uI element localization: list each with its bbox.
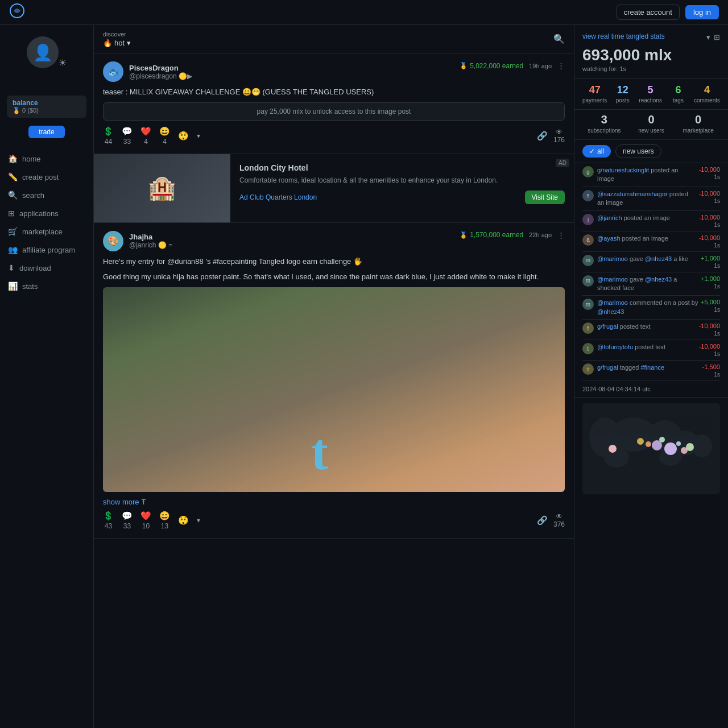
stats-grid-2: 3 subscriptions 0 new users 0 marketplac… (574, 110, 728, 140)
stat-comments: 4 comments (694, 84, 720, 104)
activity-time-6: 1s (714, 307, 720, 313)
grid-icon[interactable]: ⊞ (714, 33, 720, 42)
activity-time-7: 1s (714, 330, 720, 337)
post1-shocked-reaction[interactable]: 😲 (178, 131, 189, 141)
svg-text:t: t (311, 424, 328, 480)
post1-comment-count: 33 (123, 138, 131, 146)
tab-all[interactable]: ✓ all (582, 145, 611, 158)
create-account-button[interactable]: create account (617, 5, 680, 20)
post1-share-button[interactable]: 🔗 (537, 131, 548, 141)
post3-heart-reaction[interactable]: ❤️ 10 (140, 511, 151, 530)
activity-time-5: 1s (714, 283, 720, 289)
sidebar-item-applications[interactable]: ⊞ applications (0, 204, 93, 222)
stats-header: view real time tangled stats ▾ ⊞ 693,000… (574, 25, 728, 78)
post3-shocked-reaction[interactable]: 😲 (178, 515, 189, 526)
sidebar-item-stats[interactable]: 📊 stats (0, 277, 93, 295)
feed-search-button[interactable]: 🔍 (553, 34, 565, 44)
activity-text-4: @marimoo gave @nhez43 a like (597, 255, 698, 263)
ad-sponsor[interactable]: Ad Club Quarters London (239, 193, 317, 201)
chevron-down-icon2: ▾ (197, 516, 200, 524)
sidebar-item-create-post[interactable]: ✏️ create post (0, 168, 93, 186)
map-dot-6 (676, 441, 681, 446)
view-stats-link[interactable]: view real time tangled stats (582, 32, 665, 40)
hot-selector[interactable]: 🔥 hot ▾ (103, 39, 131, 47)
post3-content-line1: Here's my entry for @durian88 's #facepa… (103, 256, 565, 267)
post3-handle: @janrich 🟡 = (129, 241, 172, 249)
stat-posts: 12 posts (610, 84, 635, 104)
post1-heart-count: 4 (144, 138, 148, 146)
hot-label: hot (114, 39, 125, 47)
post1-dollar-reaction[interactable]: 💲 44 (103, 126, 114, 146)
sidebar-nav: 🏠 home ✏️ create post 🔍 search ⊞ applica… (0, 150, 93, 295)
sidebar-item-affiliate[interactable]: 👥 affiliate program (0, 241, 93, 259)
theme-toggle-icon[interactable]: ☀ (59, 57, 67, 68)
map-dot-4 (659, 437, 665, 442)
activity-value-0: -10,000 (699, 166, 720, 173)
map-dot-2 (646, 441, 651, 447)
dollar-icon2: 💲 (103, 511, 114, 521)
post1-expand-button[interactable]: ▾ (197, 132, 200, 140)
emoji-icon: 😄 (159, 126, 170, 136)
post3-username[interactable]: Jhajha (129, 233, 172, 241)
site-logo (9, 3, 25, 22)
sidebar-item-marketplace[interactable]: 🛒 marketplace (0, 222, 93, 241)
post1-unlock-bar[interactable]: pay 25,000 mlx to unlock access to this … (103, 102, 565, 121)
timestamp: 2024-08-04 04:34:14 utc (582, 386, 651, 392)
post1-more-button[interactable]: ⋮ (557, 61, 565, 70)
feed: discover 🔥 hot ▾ 🔍 🐟 PiscesDragon @pisce… (94, 25, 574, 728)
post3-actions: 💲 43 💬 33 ❤️ 10 😄 13 😲 (103, 511, 565, 530)
activity-avatar-8: t (582, 343, 594, 354)
activity-time-2: 1s (714, 222, 720, 228)
activity-avatar-1: s (582, 190, 594, 201)
activity-item-5: m @marimoo gave @nhez43 a shocked face +… (582, 272, 720, 296)
map-dot-1 (637, 438, 644, 445)
shocked-icon2: 😲 (178, 515, 189, 526)
post3-comment-reaction[interactable]: 💬 33 (122, 511, 133, 530)
post1-dollar-count: 44 (105, 138, 112, 146)
post1-username[interactable]: PiscesDragon (129, 64, 192, 72)
chevron-down-icon: ▾ (197, 132, 200, 140)
activity-item-6: m @marimoo commented on a post by @nhez4… (582, 296, 720, 320)
map-dot-0 (609, 445, 617, 453)
stat-tags: 6 tags (666, 84, 690, 104)
activity-avatar-2: j (582, 214, 594, 225)
top-nav: create account log in (0, 0, 728, 25)
post3-share-button[interactable]: 🔗 (537, 515, 548, 526)
post3-header: 🎨 Jhajha @janrich 🟡 = 🏅 1,570,000 earned… (103, 231, 565, 251)
activity-value-4: +1,000 (701, 255, 720, 262)
post3-emoji-reaction[interactable]: 😄 13 (159, 511, 170, 530)
stats-icon: 📊 (8, 282, 18, 291)
post3-time: 22h ago (529, 231, 552, 238)
post3-expand-button[interactable]: ▾ (197, 516, 200, 524)
login-button[interactable]: log in (685, 5, 719, 19)
trade-button[interactable]: trade (28, 126, 64, 138)
sidebar-item-download[interactable]: ⬇ download (0, 259, 93, 277)
post3-comment-count: 33 (123, 522, 131, 530)
heart-icon: ❤️ (140, 126, 151, 136)
show-more-button[interactable]: show more Ŧ (103, 498, 146, 506)
sidebar-item-home[interactable]: 🏠 home (0, 150, 93, 168)
user-avatar: 👤 (27, 36, 59, 68)
main-layout: 👤 ☀ balance 🏅 0 ($0) trade 🏠 home ✏️ cre… (0, 25, 728, 728)
sidebar-item-search[interactable]: 🔍 search (0, 186, 93, 204)
post1-heart-reaction[interactable]: ❤️ 4 (140, 126, 151, 146)
post1-comment-reaction[interactable]: 💬 33 (122, 126, 133, 146)
post3-views: 👁 376 (553, 512, 565, 528)
post3-dollar-reaction[interactable]: 💲 43 (103, 511, 114, 530)
ad-card: AD 🏨 London City Hotel Comfortable rooms… (94, 154, 574, 223)
activity-item-9: # g/frugal tagged #finance -1,500 1s (582, 361, 720, 381)
ad-visit-button[interactable]: Visit Site (525, 191, 565, 204)
post1-emoji-reaction[interactable]: 😄 4 (159, 126, 170, 146)
filter-tabs: ✓ all new users (574, 140, 728, 163)
post1-handle: @piscesdragon 🟡▶ (129, 72, 192, 80)
download-icon: ⬇ (8, 263, 15, 272)
activity-avatar-0: g (582, 166, 594, 177)
collapse-icon[interactable]: ▾ (706, 33, 710, 42)
activity-time-4: 1s (714, 263, 720, 269)
tab-new-users[interactable]: new users (615, 144, 661, 158)
post3-content-line2: Good thing my unica hija has poster pain… (103, 271, 565, 283)
post3-heart-count: 10 (142, 522, 150, 530)
sidebar-label-download: download (19, 264, 51, 272)
sidebar-label-affiliate: affiliate program (22, 246, 75, 254)
post3-more-button[interactable]: ⋮ (557, 231, 565, 239)
